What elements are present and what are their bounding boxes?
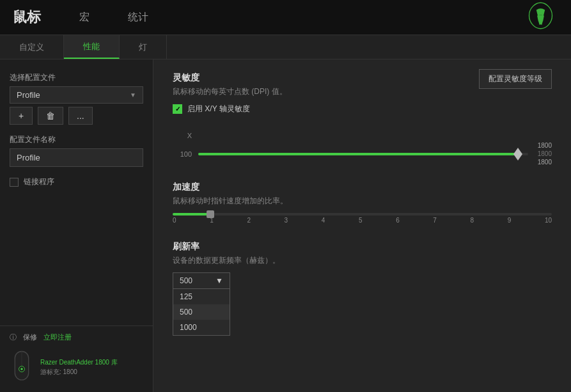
config-name-label: 配置文件名称 [10, 134, 143, 145]
configure-dpi-button[interactable]: 配置灵敏度等级 [479, 69, 552, 89]
top-nav-stats[interactable]: 统计 [128, 11, 148, 24]
top-bar: 鼠标 宏 统计 [0, 0, 571, 35]
sidebar-bottom: ⓘ 保修 立即注册 Razer DeathAdder 1800 库 游标充: 1 [0, 325, 153, 392]
config-name-section: 配置文件名称 [10, 134, 143, 167]
x-label: X [173, 132, 192, 139]
register-link[interactable]: 立即注册 [43, 333, 72, 342]
mouse-info: Razer DeathAdder 1800 库 游标充: 1800 [10, 349, 143, 386]
dpi-slider-fill [198, 153, 518, 155]
app-title: 鼠标 [13, 8, 41, 27]
sidebar-links: ⓘ 保修 立即注册 [10, 333, 143, 342]
dpi-min-label: 100 [173, 150, 192, 158]
delete-profile-button[interactable]: 🗑 [38, 107, 63, 125]
refresh-dropdown-arrow-icon: ▼ [215, 276, 223, 285]
xy-axis-label: 启用 X/Y 轴灵敏度 [187, 104, 250, 114]
tab-customize[interactable]: 自定义 [0, 35, 64, 59]
more-options-button[interactable]: ... [68, 107, 93, 125]
dpi-values: 1800 1800 1800 [538, 142, 552, 166]
acceleration-slider-wrap: 0 1 2 3 4 5 6 7 8 9 10 [173, 213, 552, 225]
support-link[interactable]: 保修 [23, 333, 37, 342]
profile-select-label: 选择配置文件 [10, 72, 143, 83]
refresh-option-500[interactable]: 500 [173, 304, 230, 320]
dropdown-arrow-icon: ▼ [130, 91, 136, 98]
link-program-section[interactable]: 链接程序 [10, 176, 143, 187]
mouse-image [10, 349, 34, 386]
content-area: 灵敏度 鼠标移动的每英寸点数 (DPI) 值。 启用 X/Y 轴灵敏度 配置灵敏… [153, 59, 571, 392]
y-thumb-icon [513, 154, 522, 161]
sensitivity-section: 灵敏度 鼠标移动的每英寸点数 (DPI) 值。 启用 X/Y 轴灵敏度 配置灵敏… [173, 72, 552, 166]
x-slider-row: 100 1800 1800 1800 [173, 142, 552, 166]
mouse-name: Razer DeathAdder 1800 库 游标充: 1800 [40, 357, 118, 377]
refresh-selected-value: 500 [180, 276, 192, 285]
info-icon: ⓘ [10, 333, 17, 342]
dpi-max-label: 1800 [538, 150, 552, 157]
tab-performance[interactable]: 性能 [64, 35, 120, 59]
xy-axis-checkbox-row: 启用 X/Y 轴灵敏度 [173, 104, 287, 114]
acceleration-slider-row [173, 213, 552, 216]
dpi-slider-area: X 100 1800 18 [173, 132, 552, 166]
acceleration-desc: 鼠标移动时指针速度增加的比率。 [173, 196, 552, 207]
acceleration-numbers: 0 1 2 3 4 5 6 7 8 9 10 [173, 216, 552, 225]
dpi-max-bottom: 1800 [538, 159, 552, 166]
tab-lighting[interactable]: 灯 [120, 35, 167, 59]
config-name-input[interactable] [10, 148, 143, 167]
refresh-option-125[interactable]: 125 [173, 289, 230, 304]
link-program-checkbox[interactable] [10, 178, 19, 187]
acceleration-fill [173, 213, 210, 216]
profile-buttons: + 🗑 ... [10, 107, 143, 125]
refresh-rate-desc: 设备的数据更新频率（赫兹）。 [173, 255, 552, 266]
refresh-dropdown: 500 ▼ 125 500 1000 [173, 272, 230, 289]
refresh-dropdown-selected[interactable]: 500 ▼ [173, 272, 230, 289]
add-profile-button[interactable]: + [10, 107, 33, 125]
xy-axis-checkbox[interactable] [173, 104, 182, 114]
link-program-label: 链接程序 [24, 176, 54, 187]
acceleration-thumb[interactable] [207, 210, 214, 218]
svg-point-3 [20, 368, 23, 370]
refresh-rate-title: 刷新率 [173, 241, 552, 253]
profile-select-section: 选择配置文件 Profile ▼ + 🗑 ... [10, 72, 143, 125]
top-nav-macro[interactable]: 宏 [79, 11, 90, 24]
sensitivity-desc: 鼠标移动的每英寸点数 (DPI) 值。 [173, 86, 287, 97]
sub-nav: 自定义 性能 灯 [0, 35, 571, 59]
refresh-rate-section: 刷新率 设备的数据更新频率（赫兹）。 500 ▼ 125 500 1000 [173, 241, 552, 289]
dpi-slider-track[interactable] [198, 153, 528, 155]
profile-dropdown[interactable]: Profile ▼ [10, 86, 143, 104]
acceleration-title: 加速度 [173, 182, 552, 193]
acceleration-section: 加速度 鼠标移动时指针速度增加的比率。 0 1 2 3 4 5 [173, 182, 552, 225]
x-thumb-icon [513, 148, 522, 154]
top-nav: 宏 统计 [79, 11, 148, 24]
sensitivity-title: 灵敏度 [173, 72, 287, 84]
refresh-option-1000[interactable]: 1000 [173, 320, 230, 335]
main-layout: 选择配置文件 Profile ▼ + 🗑 ... 配置文件名称 链接程序 ⓘ 保… [0, 59, 571, 392]
razer-logo [526, 1, 558, 33]
refresh-dropdown-list: 125 500 1000 [173, 289, 230, 336]
dpi-max-top: 1800 [538, 142, 552, 149]
acceleration-track[interactable] [173, 213, 552, 216]
sidebar: 选择配置文件 Profile ▼ + 🗑 ... 配置文件名称 链接程序 ⓘ 保… [0, 59, 153, 392]
